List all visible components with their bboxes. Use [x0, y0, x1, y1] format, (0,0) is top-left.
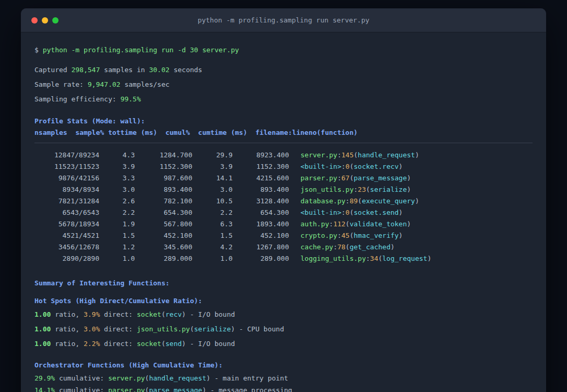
- cell-function: server.py:145(handle_request): [289, 149, 419, 161]
- function-ref: socket(send): [137, 340, 186, 348]
- close-paren: ): [415, 151, 419, 159]
- cell-nsamples: 11523/11523: [34, 161, 99, 172]
- direct-pct: 3.0%: [84, 325, 100, 333]
- cell-function: database.py:89(execute_query): [289, 195, 419, 207]
- lineno: 67: [341, 174, 350, 182]
- note-text: - I/O bound: [190, 340, 235, 348]
- table-row: 7821/31284 2.6 782.100 10.5 3128.400 dat…: [34, 195, 533, 207]
- maximize-button[interactable]: [52, 17, 59, 24]
- note-text: - message processing: [211, 386, 293, 392]
- note-text: - I/O bound: [190, 310, 235, 318]
- cell-cumul-pct: 6.3: [192, 218, 233, 230]
- lineno: 78: [337, 243, 345, 251]
- cell-cumul-pct: 4.2: [192, 241, 233, 253]
- open-paren: (: [350, 163, 354, 170]
- hot-spot-item: 1.00 ratio, 2.2% direct: socket(send) - …: [34, 339, 533, 349]
- cell-sample-pct: 1.5: [99, 230, 135, 241]
- target-name: socket: [137, 340, 161, 348]
- colon: :: [329, 220, 333, 228]
- open-paren: (: [161, 310, 166, 318]
- cell-tottime: 987.600: [135, 172, 192, 184]
- table-row: 11523/11523 3.9 1152.300 3.9 1152.300 <b…: [34, 161, 533, 172]
- open-paren: (: [145, 386, 149, 392]
- hot-spots-heading: Hot Spots (High Direct/Cumulative Ratio)…: [34, 296, 533, 306]
- cell-function: cache.py:78(get_cached): [289, 241, 395, 253]
- cell-function: auth.py:112(validate_token): [289, 218, 411, 230]
- function-name: recv: [166, 310, 182, 318]
- open-paren: (: [366, 186, 370, 193]
- cell-function: logging_utils.py:34(log_request): [289, 253, 431, 264]
- close-button[interactable]: [31, 17, 38, 24]
- ratio-label: ratio,: [55, 310, 79, 318]
- efficiency-value: 99.5%: [120, 95, 141, 103]
- direct-label: direct:: [104, 325, 133, 333]
- traffic-lights: [31, 8, 59, 32]
- filename: <built-in>: [300, 209, 341, 216]
- cell-sample-pct: 1.2: [99, 241, 135, 253]
- hot-spot-item: 1.00 ratio, 3.9% direct: socket(recv) - …: [34, 309, 533, 320]
- function-ref: socket(recv): [137, 310, 186, 318]
- hot-spot-item: 1.00 ratio, 3.0% direct: json_utils.py(s…: [34, 324, 533, 335]
- close-paren: ): [182, 310, 186, 318]
- colon: :: [354, 186, 358, 193]
- open-paren: (: [345, 243, 350, 251]
- cell-cumul-pct: 29.9: [192, 149, 233, 161]
- cell-sample-pct: 2.6: [99, 195, 135, 207]
- function-name: validate_token: [350, 220, 407, 228]
- cumulative-pct: 14.1%: [34, 386, 55, 392]
- efficiency-line: Sampling efficiency: 99.5%: [34, 94, 533, 105]
- cell-tottime: 1152.300: [135, 161, 192, 172]
- close-paren: ): [399, 232, 403, 239]
- cell-function: json_utils.py:23(serialize): [289, 184, 411, 195]
- command-line: $ python -m profiling.sampling run -d 30…: [34, 45, 533, 55]
- close-paren: ): [202, 386, 206, 392]
- table-row: 3456/12678 1.2 345.600 4.2 1267.800 cach…: [34, 241, 533, 253]
- cell-sample-pct: 3.3: [99, 172, 135, 184]
- minimize-button[interactable]: [42, 17, 48, 24]
- function-name: handle_request: [358, 151, 415, 159]
- open-paren: (: [161, 340, 166, 348]
- cell-nsamples: 9876/42156: [34, 172, 99, 184]
- function-name: parse_message: [354, 174, 407, 182]
- close-paren: ): [427, 255, 432, 262]
- lineno: 145: [341, 151, 353, 159]
- lineno: 45: [341, 232, 350, 239]
- cell-nsamples: 8934/8934: [34, 184, 99, 195]
- function-name: serialize: [370, 186, 407, 193]
- cell-nsamples: 2890/2890: [34, 253, 99, 264]
- target-name: parser.py: [108, 386, 145, 392]
- captured-post-label: seconds: [173, 66, 202, 74]
- cell-cumtime: 893.400: [233, 184, 289, 195]
- direct-label: direct:: [104, 310, 133, 318]
- table-row: 6543/6543 2.2 654.300 2.2 654.300 <built…: [34, 207, 533, 218]
- window-titlebar[interactable]: python -m profiling.sampling run server.…: [21, 8, 546, 32]
- ratio-label: ratio,: [55, 340, 79, 348]
- cell-tottime: 654.300: [135, 207, 192, 218]
- table-row: 9876/42156 3.3 987.600 14.1 4215.600 par…: [34, 172, 533, 184]
- open-paren: (: [354, 151, 358, 159]
- open-paren: (: [350, 174, 354, 182]
- colon: :: [366, 255, 370, 262]
- close-paren: ): [182, 340, 186, 348]
- cell-sample-pct: 3.9: [99, 161, 135, 172]
- cell-tottime: 1284.700: [135, 149, 192, 161]
- direct-pct: 2.2%: [84, 340, 100, 348]
- sample-rate-label: Sample rate:: [34, 80, 84, 88]
- cell-sample-pct: 4.3: [99, 149, 135, 161]
- cell-nsamples: 5678/18934: [34, 218, 99, 230]
- captured-mid-label: samples in: [104, 66, 145, 74]
- filename: auth.py: [300, 220, 329, 228]
- cell-nsamples: 3456/12678: [34, 241, 99, 253]
- function-name: execute_query: [362, 197, 415, 205]
- filename: server.py: [300, 151, 337, 159]
- table-row: 12847/89234 4.3 1284.700 29.9 8923.400 s…: [34, 149, 533, 161]
- close-paren: ): [399, 163, 403, 170]
- cell-cumul-pct: 1.0: [192, 253, 233, 264]
- close-paren: ): [407, 174, 411, 182]
- colon: :: [341, 209, 345, 216]
- efficiency-label: Sampling efficiency:: [34, 95, 117, 103]
- cell-tottime: 345.600: [135, 241, 192, 253]
- filename: database.py: [300, 197, 345, 205]
- sample-rate-value: 9,947.02: [88, 80, 121, 88]
- close-paren: ): [231, 325, 235, 333]
